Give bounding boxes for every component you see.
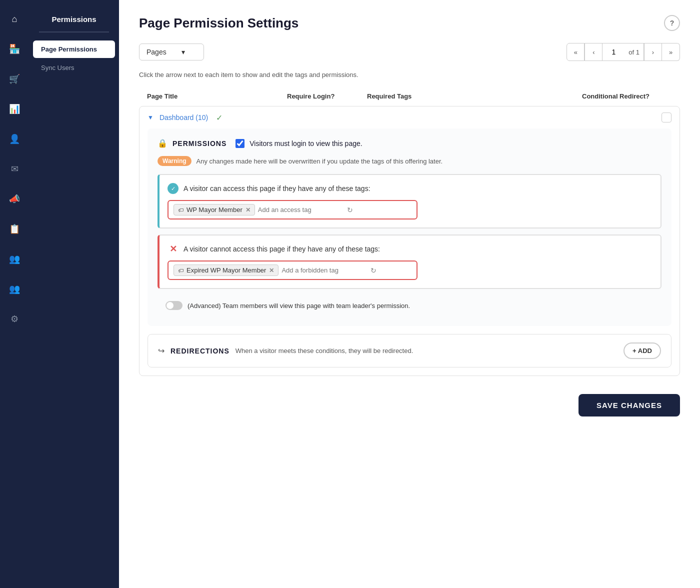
mail-icon[interactable]: ✉ xyxy=(6,160,24,178)
pages-dropdown[interactable]: Pages ▾ xyxy=(139,44,204,60)
main-content: Page Permission Settings ? Pages ▾ « ‹ o… xyxy=(119,0,700,588)
table-header: Page Title Require Login? Required Tags … xyxy=(139,88,680,104)
dashboard-title: Dashboard (10) xyxy=(160,114,208,122)
tag-icon-2: 🏷 xyxy=(178,268,184,274)
tag-label: WP Mayor Member xyxy=(186,206,242,214)
dropdown-label: Pages xyxy=(146,48,166,56)
chevron-down-icon: ▾ xyxy=(182,48,185,56)
col-require-login: Require Login? xyxy=(287,92,367,100)
forbidden-header-text: A visitor cannot access this page if the… xyxy=(184,245,380,253)
redirections-label: REDIRECTIONS xyxy=(170,347,230,355)
access-header: ✓ A visitor can access this page if they… xyxy=(168,183,652,194)
permissions-block: 🔒 PERMISSIONS Visitors must login to vie… xyxy=(148,128,672,326)
forbidden-x-icon: ✕ xyxy=(168,244,178,254)
save-changes-button[interactable]: SAVE CHANGES xyxy=(578,394,680,416)
sidebar-item-sync-users[interactable]: Sync Users xyxy=(33,59,115,76)
user-icon[interactable]: 👤 xyxy=(6,130,24,148)
check-icon: ✓ xyxy=(216,113,222,122)
book-icon[interactable]: 📋 xyxy=(6,220,24,238)
col-conditional-redirect: Conditional Redirect? xyxy=(582,92,672,100)
redirect-icon: ↪ xyxy=(158,346,164,356)
access-section: ✓ A visitor can access this page if they… xyxy=(158,174,662,228)
cart-icon[interactable]: 🛒 xyxy=(6,70,24,88)
redirections-left: ↪ REDIRECTIONS When a visitor meets thes… xyxy=(158,346,413,356)
warning-badge: Warning xyxy=(158,156,192,166)
page-header: Page Permission Settings ? xyxy=(139,15,680,31)
sidebar-item-page-permissions[interactable]: Page Permissions xyxy=(33,40,115,58)
help-button[interactable]: ? xyxy=(664,15,680,31)
tag-icon: 🏷 xyxy=(178,207,184,213)
login-checkbox[interactable] xyxy=(236,139,244,148)
access-tag-input[interactable] xyxy=(258,206,342,214)
dashboard-row[interactable]: ▼ Dashboard (10) ✓ xyxy=(140,106,680,128)
next-page-button[interactable]: › xyxy=(644,43,662,61)
warning-row: Warning Any changes made here will be ov… xyxy=(158,156,662,166)
team-icon[interactable]: 👥 xyxy=(6,280,24,298)
permissions-header: 🔒 PERMISSIONS Visitors must login to vie… xyxy=(158,138,662,148)
dashboard-card: ▼ Dashboard (10) ✓ 🔒 PERMISSIONS Visitor… xyxy=(139,106,680,376)
tag-label-expired: Expired WP Mayor Member xyxy=(186,266,266,274)
add-button[interactable]: + ADD xyxy=(624,342,661,359)
conditional-redirect-checkbox xyxy=(662,112,672,122)
forbidden-tag-input-area[interactable]: 🏷 Expired WP Mayor Member ✕ ↻ xyxy=(168,260,418,280)
col-required-tags: Required Tags xyxy=(367,92,582,100)
tag-remove-button[interactable]: ✕ xyxy=(246,206,250,214)
gear-icon[interactable]: ⚙ xyxy=(6,310,24,328)
icon-bar: ⌂ 🏪 🛒 📊 👤 ✉ 📣 📋 👥 👥 ⚙ xyxy=(0,0,29,588)
forbidden-header: ✕ A visitor cannot access this page if t… xyxy=(168,244,652,254)
advanced-text: (Advanced) Team members will view this p… xyxy=(188,302,410,310)
page-number-input[interactable] xyxy=(602,43,624,61)
store-icon[interactable]: 🏪 xyxy=(6,40,24,58)
forbidden-section: ✕ A visitor cannot access this page if t… xyxy=(158,234,662,289)
chart-icon[interactable]: 📊 xyxy=(6,100,24,118)
prev-page-button[interactable]: ‹ xyxy=(584,43,602,61)
permissions-label: PERMISSIONS xyxy=(172,140,226,148)
sidebar: Permissions Page Permissions Sync Users xyxy=(29,0,119,588)
tag-remove-expired-button[interactable]: ✕ xyxy=(269,267,274,274)
tag-wp-mayor: 🏷 WP Mayor Member ✕ xyxy=(174,204,255,216)
login-text: Visitors must login to view this page. xyxy=(250,140,362,148)
lock-icon: 🔒 xyxy=(158,138,168,148)
home-icon[interactable]: ⌂ xyxy=(6,10,24,28)
megaphone-icon[interactable]: 📣 xyxy=(6,190,24,208)
forbidden-tag-input[interactable] xyxy=(282,266,366,274)
refresh-forbidden-icon[interactable]: ↻ xyxy=(370,266,376,274)
save-area: SAVE CHANGES xyxy=(139,384,680,422)
refresh-icon[interactable]: ↻ xyxy=(347,206,353,214)
col-page-title: Page Title xyxy=(147,92,287,100)
pagination: « ‹ of 1 › » xyxy=(566,43,680,61)
page-of-label: of 1 xyxy=(624,43,644,61)
redirections-text: When a visitor meets these conditions, t… xyxy=(236,347,414,354)
redirections-block: ↪ REDIRECTIONS When a visitor meets thes… xyxy=(148,334,672,368)
advanced-row: (Advanced) Team members will view this p… xyxy=(158,295,662,316)
advanced-toggle[interactable] xyxy=(166,301,182,310)
last-page-button[interactable]: » xyxy=(662,43,680,61)
warning-text: Any changes made here will be overwritte… xyxy=(196,158,443,165)
sidebar-title: Permissions xyxy=(39,10,109,32)
toolbar-row: Pages ▾ « ‹ of 1 › » xyxy=(139,43,680,61)
group-icon[interactable]: 👥 xyxy=(6,250,24,268)
access-tag-input-area[interactable]: 🏷 WP Mayor Member ✕ ↻ xyxy=(168,200,418,220)
access-header-text: A visitor can access this page if they h… xyxy=(184,184,370,192)
first-page-button[interactable]: « xyxy=(566,43,584,61)
hint-text: Click the arrow next to each item to sho… xyxy=(139,71,680,78)
access-check-icon: ✓ xyxy=(168,183,178,194)
page-title: Page Permission Settings xyxy=(139,16,298,31)
tag-expired: 🏷 Expired WP Mayor Member ✕ xyxy=(174,264,278,276)
expand-arrow-icon[interactable]: ▼ xyxy=(148,114,154,121)
